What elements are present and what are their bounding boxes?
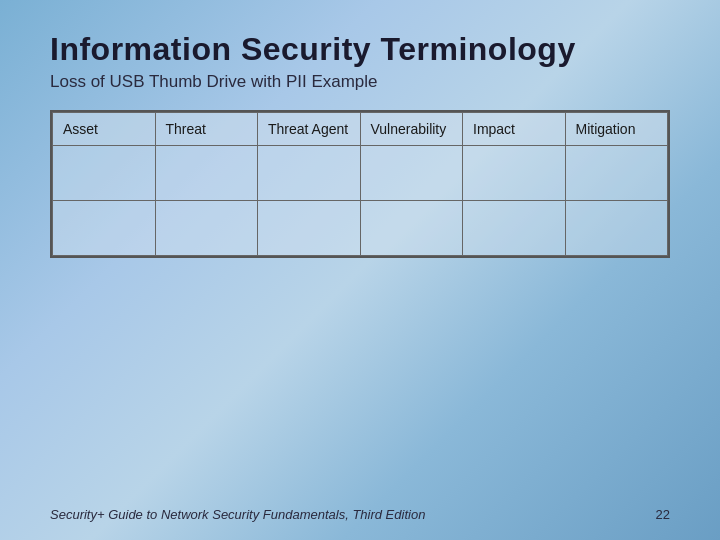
- table-header-row: Asset Threat Threat Agent Vulnerability …: [53, 113, 668, 146]
- col-header-threat: Threat: [155, 113, 258, 146]
- cell-impact-2: [463, 201, 566, 256]
- cell-vulnerability: [360, 146, 463, 201]
- cell-mitigation: [565, 146, 668, 201]
- footer-text: Security+ Guide to Network Security Fund…: [50, 507, 425, 522]
- col-header-threat-agent: Threat Agent: [258, 113, 361, 146]
- cell-threat: [155, 146, 258, 201]
- cell-threat-2: [155, 201, 258, 256]
- footer-page-number: 22: [656, 507, 670, 522]
- cell-impact: [463, 146, 566, 201]
- col-header-impact: Impact: [463, 113, 566, 146]
- cell-mitigation-2: [565, 201, 668, 256]
- table-row-2: [53, 201, 668, 256]
- cell-asset: [53, 146, 156, 201]
- slide-footer: Security+ Guide to Network Security Fund…: [50, 507, 670, 522]
- col-header-mitigation: Mitigation: [565, 113, 668, 146]
- slide-subtitle: Loss of USB Thumb Drive with PII Example: [50, 72, 378, 92]
- data-table-wrapper: Asset Threat Threat Agent Vulnerability …: [50, 110, 670, 258]
- slide-container: Information Security Terminology Loss of…: [0, 0, 720, 540]
- cell-vulnerability-2: [360, 201, 463, 256]
- cell-threat-agent: [258, 146, 361, 201]
- terminology-table: Asset Threat Threat Agent Vulnerability …: [52, 112, 668, 256]
- cell-asset-2: [53, 201, 156, 256]
- col-header-vulnerability: Vulnerability: [360, 113, 463, 146]
- cell-threat-agent-2: [258, 201, 361, 256]
- table-row: [53, 146, 668, 201]
- slide-title: Information Security Terminology: [50, 30, 576, 68]
- col-header-asset: Asset: [53, 113, 156, 146]
